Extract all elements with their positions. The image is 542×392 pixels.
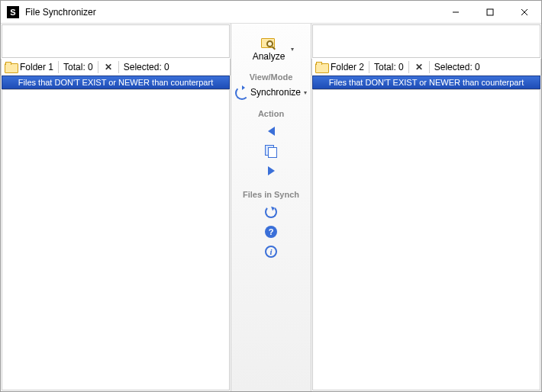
left-file-list[interactable] xyxy=(2,89,230,390)
analyze-dropdown-icon[interactable]: ▾ xyxy=(291,46,294,53)
center-toolbar: Analyze ▾ View/Mode Synchronize ▾ Action… xyxy=(231,24,311,391)
analyze-icon xyxy=(261,36,276,50)
triangle-right-icon xyxy=(268,166,275,175)
left-filter-bar: Files that DON'T EXIST or NEWER than cou… xyxy=(2,76,230,89)
right-file-list[interactable] xyxy=(312,89,540,390)
folder-icon[interactable] xyxy=(315,62,327,72)
minimize-button[interactable] xyxy=(438,1,473,23)
window-controls xyxy=(438,1,541,23)
help-button[interactable]: ? xyxy=(264,225,278,239)
separator xyxy=(118,61,119,73)
refresh-button[interactable] xyxy=(264,205,278,219)
folder-icon[interactable] xyxy=(5,62,17,72)
app-icon: S xyxy=(7,6,19,18)
copy-left-button[interactable] xyxy=(264,124,278,138)
left-pane: Folder 1 Total: 0 ✕ Selected: 0 Files th… xyxy=(1,24,231,391)
title-bar: S File Synchronizer xyxy=(1,1,541,24)
maximize-button[interactable] xyxy=(473,1,507,23)
separator xyxy=(58,61,59,73)
right-pane-header: Folder 2 Total: 0 ✕ Selected: 0 xyxy=(311,59,541,76)
info-button[interactable]: i xyxy=(264,245,278,259)
action-block: Action xyxy=(231,104,311,185)
copy-both-button[interactable] xyxy=(264,144,278,158)
folder1-label[interactable]: Folder 1 xyxy=(20,62,53,72)
folder2-selected: Selected: 0 xyxy=(434,62,480,72)
left-top-spacer xyxy=(2,24,230,58)
help-icon: ? xyxy=(265,226,277,238)
copy-right-button[interactable] xyxy=(264,164,278,178)
files-in-synch-header: Files in Synch xyxy=(243,190,299,199)
folder1-selected: Selected: 0 xyxy=(124,62,169,72)
folder1-total: Total: 0 xyxy=(63,62,93,72)
info-icon: i xyxy=(265,246,277,258)
separator xyxy=(369,61,369,73)
triangle-left-icon xyxy=(268,127,275,136)
viewmode-block: View/Mode Synchronize ▾ xyxy=(231,68,311,104)
left-pane-header: Folder 1 Total: 0 ✕ Selected: 0 xyxy=(1,59,231,76)
separator xyxy=(429,61,430,73)
close-button[interactable] xyxy=(507,1,541,23)
separator xyxy=(408,61,409,73)
svg-rect-1 xyxy=(487,9,493,15)
analyze-label: Analyze xyxy=(253,51,286,62)
sync-icon xyxy=(235,86,247,98)
folder2-total: Total: 0 xyxy=(374,62,404,72)
folder2-label[interactable]: Folder 2 xyxy=(331,62,364,72)
synchronize-label: Synchronize xyxy=(250,87,301,98)
refresh-icon xyxy=(265,206,277,218)
mode-dropdown-icon: ▾ xyxy=(304,89,307,96)
window-title: File Synchronizer xyxy=(25,7,438,18)
analyze-button[interactable]: Analyze xyxy=(248,34,290,63)
synchronize-mode-button[interactable]: Synchronize ▾ xyxy=(232,85,310,100)
action-header: Action xyxy=(258,109,284,118)
right-filter-bar: Files that DON'T EXIST or NEWER than cou… xyxy=(312,76,540,89)
copy-icon xyxy=(265,145,277,157)
main-area: Folder 1 Total: 0 ✕ Selected: 0 Files th… xyxy=(1,24,541,391)
right-top-spacer xyxy=(312,24,540,58)
clear-folder1-button[interactable]: ✕ xyxy=(103,62,114,72)
clear-folder2-button[interactable]: ✕ xyxy=(414,62,424,72)
right-pane: Folder 2 Total: 0 ✕ Selected: 0 Files th… xyxy=(311,24,541,391)
separator xyxy=(98,61,98,73)
analyze-block: Analyze ▾ xyxy=(231,30,311,68)
viewmode-header: View/Mode xyxy=(250,72,293,82)
files-in-synch-block: Files in Synch ? i xyxy=(231,185,311,266)
